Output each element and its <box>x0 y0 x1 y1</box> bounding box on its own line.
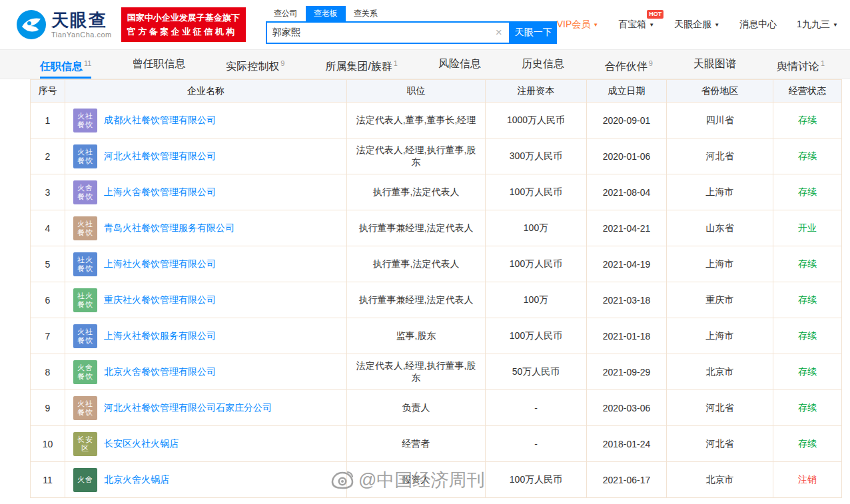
section-tab-label: 曾任职信息 <box>132 58 185 69</box>
cell-status: 存续 <box>773 354 842 390</box>
cell-index: 11 <box>31 462 65 498</box>
cell-capital: 100万人民币 <box>486 246 587 282</box>
cell-date: 2020-03-06 <box>587 390 667 426</box>
column-header: 注册资本 <box>486 80 587 103</box>
cell-status: 存续 <box>773 174 842 210</box>
table-row: 3火舍餐饮上海火舍餐饮管理有限公司执行董事,法定代表人100万人民币2021-0… <box>31 174 842 210</box>
company-link[interactable]: 成都火社餐饮管理有限公司 <box>104 115 216 126</box>
cell-status: 注销 <box>773 462 842 498</box>
table-row: 2火社餐饮河北火社餐饮管理有限公司法定代表人,经理,执行董事,股东300万人民币… <box>31 138 842 174</box>
company-link[interactable]: 河北火社餐饮管理有限公司石家庄分公司 <box>104 402 272 414</box>
cell-region: 四川省 <box>667 103 773 138</box>
section-tab-7[interactable]: 天眼图谱 <box>693 50 736 79</box>
cell-status: 存续 <box>773 282 842 318</box>
cell-capital: 300万人民币 <box>486 138 587 174</box>
search-area: 查公司查老板查关系 × 天眼一下 <box>266 6 557 44</box>
cell-capital: 100万人民币 <box>486 318 587 354</box>
company-link[interactable]: 重庆社火餐饮管理有限公司 <box>104 294 216 306</box>
chevron-down-icon: ▼ <box>593 22 598 28</box>
top-nav-item-3[interactable]: 消息中心 <box>739 19 777 31</box>
company-logo: 火社餐饮 <box>73 109 97 132</box>
cell-position: 执行董事,法定代表人 <box>347 174 486 210</box>
brand-domain: TianYanCha.com <box>51 31 112 39</box>
cell-region: 重庆市 <box>667 282 773 318</box>
cell-status: 存续 <box>773 246 842 282</box>
cell-date: 2021-08-04 <box>587 174 667 210</box>
cell-date: 2020-01-06 <box>587 138 667 174</box>
company-link[interactable]: 长安区火社火锅店 <box>104 438 179 450</box>
chevron-down-icon: ▼ <box>714 22 719 28</box>
page: 天眼查 TianYanCha.com 国家中小企业发展子基金旗下 官方备案企业征… <box>0 0 850 498</box>
search-type-tab[interactable]: 查老板 <box>306 6 346 21</box>
top-nav-item-0[interactable]: VIP会员▼ <box>557 19 599 31</box>
section-tab-6[interactable]: 合作伙伴9 <box>605 50 653 79</box>
section-tab-5[interactable]: 历史信息 <box>522 50 564 79</box>
search-type-tab[interactable]: 查关系 <box>346 6 386 21</box>
section-tab-bar: 任职信息11曾任职信息实际控制权9所属集团/族群1风险信息历史信息合作伙伴9天眼… <box>0 49 850 79</box>
cell-company: 火社餐饮成都火社餐饮管理有限公司 <box>65 103 347 138</box>
cell-position: 经营者 <box>347 426 486 462</box>
table-row: 4火社餐饮青岛火社餐饮管理服务有限公司执行董事兼经理,法定代表人100万2021… <box>31 210 842 246</box>
top-nav-item-2[interactable]: 天眼企服▼ <box>674 19 719 31</box>
column-header: 职位 <box>347 80 486 103</box>
positions-table-wrap: 序号企业名称职位注册资本成立日期省份地区经营状态 1火社餐饮成都火社餐饮管理有限… <box>30 79 841 498</box>
cell-capital: - <box>486 426 587 462</box>
search-input[interactable] <box>267 27 489 38</box>
company-link[interactable]: 上海火舍餐饮管理有限公司 <box>104 186 216 198</box>
cell-status: 存续 <box>773 138 842 174</box>
cell-region: 上海市 <box>667 246 773 282</box>
company-logo: 火社餐饮 <box>73 216 97 240</box>
tianyancha-logo-icon <box>16 9 47 40</box>
search-button[interactable]: 天眼一下 <box>510 21 557 44</box>
cell-position: 执行董事兼经理,法定代表人 <box>347 282 486 318</box>
company-link[interactable]: 上海火社餐饮服务有限公司 <box>104 330 216 342</box>
cell-date: 2018-01-24 <box>587 426 667 462</box>
company-link[interactable]: 河北火社餐饮管理有限公司 <box>104 150 216 162</box>
top-header: 天眼查 TianYanCha.com 国家中小企业发展子基金旗下 官方备案企业征… <box>0 0 850 49</box>
table-row: 9火社餐饮河北火社餐饮管理有限公司石家庄分公司负责人-2020-03-06河北省… <box>31 390 842 426</box>
section-tab-1[interactable]: 曾任职信息 <box>132 50 185 79</box>
cell-position: 法定代表人,经理,执行董事,股东 <box>347 354 486 390</box>
brand-name: 天眼查 <box>51 11 112 29</box>
cell-company: 火社餐饮河北火社餐饮管理有限公司石家庄分公司 <box>65 390 347 426</box>
company-link[interactable]: 北京火舍火锅店 <box>104 474 169 486</box>
company-link[interactable]: 上海社火餐饮管理有限公司 <box>104 258 216 270</box>
section-tab-label: 舆情讨论 <box>777 61 819 72</box>
section-tab-0[interactable]: 任职信息11 <box>40 50 91 79</box>
company-logo: 火舍餐饮 <box>73 180 97 204</box>
chevron-down-icon: ▼ <box>649 22 654 28</box>
cell-position: 执行董事兼经理,法定代表人 <box>347 210 486 246</box>
section-tab-count: 9 <box>649 59 653 67</box>
table-row: 7火社餐饮上海火社餐饮服务有限公司监事,股东100万人民币2021-01-18上… <box>31 318 842 354</box>
positions-table: 序号企业名称职位注册资本成立日期省份地区经营状态 1火社餐饮成都火社餐饮管理有限… <box>30 79 842 498</box>
company-link[interactable]: 北京火舍餐饮管理有限公司 <box>104 366 216 378</box>
section-tab-3[interactable]: 所属集团/族群1 <box>325 50 398 79</box>
section-tab-2[interactable]: 实际控制权9 <box>226 50 284 79</box>
company-link[interactable]: 青岛火社餐饮管理服务有限公司 <box>104 222 234 234</box>
cell-region: 上海市 <box>667 174 773 210</box>
section-tab-4[interactable]: 风险信息 <box>438 50 481 79</box>
cell-position: 监事,股东 <box>347 318 486 354</box>
table-row: 10长安区长安区火社火锅店经营者-2018-01-24河北省存续 <box>31 426 842 462</box>
top-nav-item-1[interactable]: 百宝箱HOT▼ <box>618 19 654 31</box>
cell-capital: 100万人民币 <box>486 174 587 210</box>
clear-search-icon[interactable]: × <box>489 27 509 38</box>
top-nav-label: 百宝箱 <box>618 19 646 31</box>
cell-index: 3 <box>31 174 65 210</box>
tianyancha-logo[interactable]: 天眼查 TianYanCha.com <box>16 9 112 40</box>
cell-capital: 50万人民币 <box>486 354 587 390</box>
cell-region: 河北省 <box>667 390 773 426</box>
cell-region: 北京市 <box>667 462 773 498</box>
certification-banner: 国家中小企业发展子基金旗下 官方备案企业征信机构 <box>121 7 246 43</box>
chevron-down-icon: ▼ <box>833 22 838 28</box>
table-row: 6社火餐饮重庆社火餐饮管理有限公司执行董事兼经理,法定代表人100万2021-0… <box>31 282 842 318</box>
section-tab-8[interactable]: 舆情讨论1 <box>777 50 825 79</box>
company-logo: 社火餐饮 <box>73 252 97 276</box>
cell-index: 5 <box>31 246 65 282</box>
top-nav-item-4[interactable]: 1九九三▼ <box>797 19 838 31</box>
cell-position: 执行董事,法定代表人 <box>347 246 486 282</box>
cell-position: 法定代表人,经理,执行董事,股东 <box>347 138 486 174</box>
search-type-tab[interactable]: 查公司 <box>266 6 306 21</box>
top-nav-label: 1九九三 <box>797 19 830 31</box>
table-row: 5社火餐饮上海社火餐饮管理有限公司执行董事,法定代表人100万人民币2021-0… <box>31 246 842 282</box>
